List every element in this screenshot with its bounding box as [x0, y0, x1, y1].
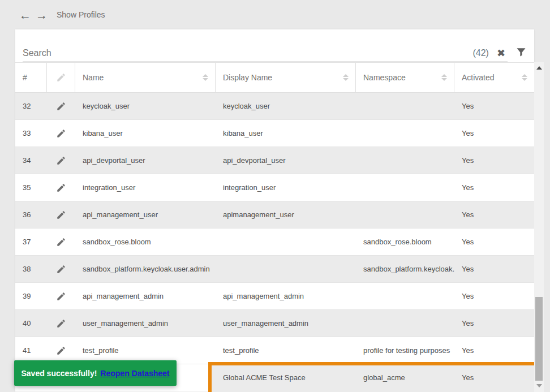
cell-name: api_devportal_user [75, 147, 216, 174]
row-number: 38 [15, 256, 47, 282]
cell-namespace [356, 174, 454, 201]
cell-activated: Yes [454, 201, 534, 228]
sort-icon[interactable] [522, 74, 527, 81]
page-title: Show Profiles [57, 10, 105, 19]
search-input[interactable] [23, 48, 472, 58]
table-row[interactable]: 35 integration_user integration_user Yes [15, 174, 534, 201]
header-display-label: Display Name [223, 73, 272, 82]
profiles-panel: (42) ✖ # Name Display Nam [15, 29, 534, 392]
row-edit-cell [47, 229, 75, 255]
toast-message: Saved successfully! [21, 369, 97, 378]
row-number: 32 [15, 93, 47, 119]
header-display-name[interactable]: Display Name [216, 63, 356, 92]
header-activated[interactable]: Activated [454, 63, 534, 92]
back-icon[interactable]: ← [19, 9, 31, 21]
table-row[interactable]: 34 api_devportal_user api_devportal_user… [15, 147, 534, 174]
row-edit-cell [47, 147, 75, 174]
edit-icon[interactable] [56, 346, 66, 356]
cell-activated: Yes [454, 120, 534, 147]
row-number: 34 [15, 147, 47, 174]
forward-icon[interactable]: → [36, 9, 48, 21]
header-num: # [15, 63, 47, 92]
table-row[interactable]: 39 api_management_admin api_management_a… [15, 283, 534, 310]
cell-activated: Yes [454, 283, 534, 309]
scrollbar-thumb[interactable] [535, 297, 543, 381]
edit-icon[interactable] [56, 264, 66, 274]
cell-activated: Yes [454, 229, 534, 255]
cell-activated: Yes [454, 256, 534, 282]
header-namespace[interactable]: Namespace [356, 63, 454, 92]
header-name[interactable]: Name [75, 63, 216, 92]
cell-namespace: sandbox_rose.bloom [356, 229, 454, 255]
row-edit-cell [47, 201, 75, 228]
cell-activated: Yes [454, 93, 534, 119]
table-row[interactable]: 38 sandbox_platform.keycloak.user.admin … [15, 256, 534, 283]
edit-icon[interactable] [56, 156, 66, 166]
edit-icon[interactable] [56, 291, 66, 301]
table-body: 32 keycloak_user keycloak_user Yes 33 ki… [15, 93, 534, 391]
cell-name: sandbox_platform.keycloak.user.admin [75, 256, 216, 282]
row-number: 33 [15, 120, 47, 147]
scroll-up-icon[interactable] [534, 64, 544, 72]
cell-name: keycloak_user [75, 93, 216, 119]
cell-namespace [356, 201, 454, 228]
reopen-datasheet-link[interactable]: Reopen Datasheet [100, 369, 169, 378]
row-number: 36 [15, 201, 47, 228]
table-header: # Name Display Name Namespace [15, 62, 534, 93]
header-name-label: Name [83, 73, 104, 82]
table-row[interactable]: 32 keycloak_user keycloak_user Yes [15, 93, 534, 120]
top-navigation-bar: ← → Show Profiles [0, 0, 550, 29]
row-edit-cell [47, 310, 75, 337]
table-row[interactable]: 40 user_management_admin user_management… [15, 310, 534, 337]
cell-namespace [356, 147, 454, 174]
cell-activated: Yes [454, 337, 534, 364]
row-edit-cell [47, 93, 75, 119]
filter-icon[interactable] [515, 46, 527, 60]
table-row[interactable]: 37 sandbox_rose.bloom sandbox_rose.bloom… [15, 229, 534, 256]
cell-activated: Yes [454, 310, 534, 337]
edit-icon[interactable] [56, 237, 66, 247]
cell-name: api_management_user [75, 201, 216, 228]
header-namespace-label: Namespace [363, 73, 406, 82]
cell-display-name [216, 256, 356, 282]
cell-display-name: user_management_admin [216, 310, 356, 337]
header-activated-label: Activated [462, 73, 495, 82]
sort-icon[interactable] [203, 74, 208, 81]
scroll-down-icon[interactable] [534, 382, 544, 390]
table-row[interactable]: 33 kibana_user kibana_user Yes [15, 120, 534, 147]
cell-display-name: test_profile [216, 337, 356, 364]
sort-icon[interactable] [441, 74, 447, 81]
edit-icon[interactable] [56, 101, 66, 111]
cell-namespace: profile for testing purposes [356, 337, 454, 364]
cell-display-name: Global ACME Test Space [216, 364, 356, 391]
search-bar: (42) ✖ [23, 37, 527, 62]
cell-namespace [356, 283, 454, 309]
cell-namespace: global_acme [356, 364, 454, 391]
edit-icon [56, 72, 66, 83]
edit-icon[interactable] [56, 128, 66, 139]
cell-display-name: api_management_admin [216, 283, 356, 309]
result-count: (42) [472, 48, 488, 58]
cell-namespace: sandbox_platform.keycloak.user.admin [356, 256, 454, 282]
edit-icon[interactable] [56, 183, 66, 193]
cell-name: sandbox_rose.bloom [75, 229, 216, 255]
cell-activated: Yes [454, 174, 534, 201]
sort-icon[interactable] [343, 74, 349, 81]
vertical-scrollbar[interactable] [534, 62, 544, 392]
cell-activated: Yes [454, 364, 534, 391]
row-number: 40 [15, 310, 47, 337]
cell-name: kibana_user [75, 120, 216, 147]
cell-display-name: apimanagement_user [216, 201, 356, 228]
cell-activated: Yes [454, 147, 534, 174]
edit-icon[interactable] [56, 210, 66, 220]
table-row[interactable]: 36 api_management_user apimanagement_use… [15, 201, 534, 229]
cell-namespace [356, 310, 454, 337]
cell-display-name [216, 229, 356, 255]
row-number: 37 [15, 229, 47, 255]
row-edit-cell [47, 120, 75, 147]
cell-name: test_profile [75, 337, 216, 364]
row-number: 35 [15, 174, 47, 201]
clear-search-icon[interactable]: ✖ [497, 48, 505, 58]
profiles-table: # Name Display Name Namespace [15, 62, 534, 391]
edit-icon[interactable] [56, 318, 66, 329]
